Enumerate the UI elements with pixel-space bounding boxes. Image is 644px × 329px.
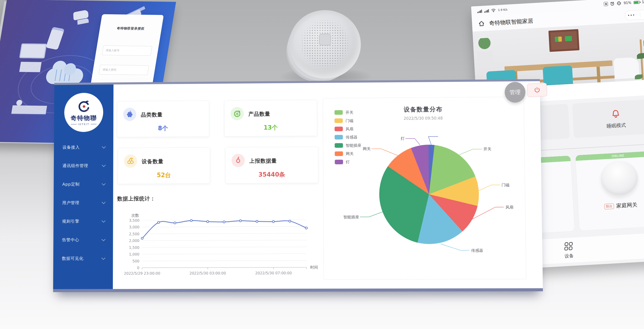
device-label: 家庭网关 [616, 201, 638, 209]
nfc-icon: N [604, 2, 608, 6]
more-menu-button[interactable]: ••• [628, 13, 635, 18]
stat-card-categories: 品类数量 8个 [117, 101, 209, 137]
logo-subtext: IOTKIT [71, 123, 97, 126]
svg-text:2022/5/30 03:00:00: 2022/5/30 03:00:00 [190, 271, 226, 276]
chevron-down-icon [102, 219, 106, 222]
stat-value: 52台 [118, 171, 210, 179]
signal-bars-icon [484, 9, 489, 13]
stat-label: 设备数量 [142, 158, 164, 165]
legend-swatch [335, 127, 343, 131]
screens-illustration [19, 44, 47, 59]
legend-swatch [335, 143, 343, 148]
account-field[interactable] [102, 46, 152, 56]
logo-text: 奇特物聯 [70, 114, 97, 122]
legend-item[interactable]: 传感器 [335, 133, 361, 142]
legend-item[interactable]: 门磁 [334, 116, 361, 125]
chevron-down-icon [101, 256, 105, 260]
app-title: 奇特物联智能家居 [489, 17, 533, 27]
svg-text:时间: 时间 [310, 265, 318, 270]
sidebar-item-device-access[interactable]: 设备接入 [54, 138, 113, 156]
stat-value: 13个 [224, 123, 317, 132]
power-icon [534, 86, 541, 94]
clock-time: 12:08 [642, 0, 644, 4]
hero-room-photo [472, 22, 644, 89]
slice-label: 门磁 [502, 182, 510, 187]
camera-illustration [73, 10, 88, 21]
nav-label: 设备 [564, 253, 574, 259]
brand-logo: 奇特物聯 IOTKIT [64, 93, 103, 132]
chevron-down-icon [102, 200, 106, 204]
svg-text:次数: 次数 [131, 213, 139, 218]
slice-label: 智能插座 [326, 214, 359, 220]
sidebar: 奇特物聯 IOTKIT 设备接入 通讯组件管理 App定制 用户管理 规则引擎 … [53, 84, 114, 289]
sidebar-menu: 设备接入 通讯组件管理 App定制 用户管理 规则引擎 告警中心 数据可见化 [53, 138, 113, 267]
legend-swatch [335, 135, 343, 139]
vibrate-icon [617, 1, 622, 6]
sidebar-item-alert-center[interactable]: 告警中心 [53, 230, 113, 249]
svg-text:2022/5/29 23:00:00: 2022/5/29 23:00:00 [124, 271, 160, 276]
legend-item[interactable]: 风扇 [335, 125, 361, 133]
pie-legend: 开关 门磁 风扇 传感器 智能插座 网关 灯 [334, 108, 362, 166]
admin-dashboard-window: 奇特物聯 IOTKIT 设备接入 通讯组件管理 App定制 用户管理 规则引擎 … [53, 79, 543, 292]
room-tag: 阳台 [604, 203, 614, 209]
legend-item[interactable]: 开关 [334, 108, 361, 117]
power-button[interactable] [527, 83, 548, 97]
svg-text:1,500: 1,500 [129, 245, 139, 250]
svg-text:1,000: 1,000 [129, 252, 140, 256]
sidebar-item-data-visualization[interactable]: 数据可见化 [53, 249, 113, 268]
sleep-mode-card[interactable]: 睡眠模式 [572, 99, 644, 138]
chevron-down-icon [102, 182, 106, 185]
mode-label: 睡眠模式 [606, 122, 626, 130]
stat-card-reported-data: 上报数据量 35440条 [225, 147, 318, 184]
stat-label: 品类数量 [141, 111, 163, 118]
stat-label: 产品数量 [248, 110, 270, 118]
svg-text:3,000: 3,000 [129, 225, 139, 229]
chevron-down-icon [102, 144, 106, 148]
gateway-device-image [600, 160, 638, 196]
device-distribution-panel: 设备数量分布 2022/5/30 09:50:48 开关 门磁 风扇 传感器 智… [323, 97, 526, 279]
wall-art [548, 29, 580, 52]
svg-text:2,000: 2,000 [129, 239, 139, 243]
lime-icon [230, 107, 244, 120]
legend-item[interactable]: 灯 [335, 158, 361, 166]
password-field[interactable] [99, 65, 149, 75]
nav-devices[interactable]: 设备 [554, 241, 584, 260]
svg-text:500: 500 [132, 259, 139, 263]
grapes-icon [123, 108, 136, 121]
sidebar-item-comm-components[interactable]: 通讯组件管理 [54, 156, 113, 175]
chevron-down-icon [102, 237, 106, 241]
home-icon[interactable] [477, 19, 486, 28]
sidebar-item-app-custom[interactable]: App定制 [54, 175, 113, 193]
stat-label: 上报数据量 [249, 157, 277, 165]
alarm-icon [610, 2, 614, 6]
login-title: 奇特物联登录授权 [100, 26, 162, 31]
battery-icon [634, 1, 640, 4]
sidebar-item-user-mgmt[interactable]: 用户管理 [54, 193, 113, 212]
svg-text:0: 0 [137, 266, 139, 270]
legend-swatch [334, 110, 343, 115]
slice-label: 开关 [483, 146, 492, 152]
iotkit-logo-icon [77, 99, 91, 114]
cherries-icon [124, 154, 137, 168]
stat-card-products: 产品数量 13个 [224, 100, 317, 137]
slice-label: 灯 [385, 136, 405, 141]
stat-value: 35440条 [226, 170, 318, 179]
slice-label: 网关 [344, 146, 370, 152]
report-line-chart[interactable]: 05001,0001,5002,0002,5003,0003,5002022/5… [115, 209, 322, 278]
svg-text:3,500: 3,500 [129, 218, 139, 223]
online-ribbon: ONLINE [576, 150, 644, 161]
wifi-icon [491, 8, 496, 12]
sidebar-item-rule-engine[interactable]: 规则引擎 [54, 212, 113, 230]
gateway-device-card[interactable]: ONLINE 阳台 家庭网关 [575, 150, 644, 231]
legend-swatch [335, 160, 343, 164]
pear-icon [232, 154, 245, 167]
tablet-illustration [46, 27, 64, 50]
legend-swatch [334, 119, 343, 123]
device-distribution-pie[interactable] [379, 144, 480, 244]
device-body [289, 10, 361, 79]
grid-icon [564, 241, 574, 251]
svg-text:2022/5/30 07:00:00: 2022/5/30 07:00:00 [255, 271, 292, 275]
svg-text:2,500: 2,500 [129, 232, 139, 236]
signal-bars-icon [477, 9, 482, 13]
manage-badge[interactable]: 管理 [505, 82, 526, 103]
